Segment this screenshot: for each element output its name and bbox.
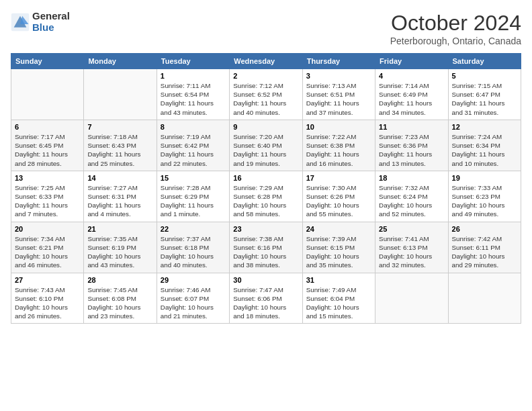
day-info: Sunrise: 7:14 AM Sunset: 6:49 PM Dayligh… (379, 81, 444, 117)
day-info: Sunrise: 7:42 AM Sunset: 6:11 PM Dayligh… (452, 234, 517, 270)
day-number: 23 (233, 225, 298, 233)
day-number: 14 (87, 174, 152, 182)
location-title: Peterborough, Ontario, Canada (390, 36, 521, 46)
day-number: 2 (233, 72, 298, 80)
day-number: 18 (379, 174, 444, 182)
day-info: Sunrise: 7:38 AM Sunset: 6:16 PM Dayligh… (233, 234, 298, 270)
day-info: Sunrise: 7:24 AM Sunset: 6:34 PM Dayligh… (452, 132, 517, 168)
day-number: 20 (15, 225, 80, 233)
day-info: Sunrise: 7:20 AM Sunset: 6:40 PM Dayligh… (233, 132, 298, 168)
logo: General Blue (11, 11, 70, 33)
logo-text: General Blue (32, 11, 70, 33)
weekday-header-row: SundayMondayTuesdayWednesdayThursdayFrid… (11, 54, 521, 69)
day-number: 12 (452, 123, 517, 131)
day-info: Sunrise: 7:41 AM Sunset: 6:13 PM Dayligh… (379, 234, 444, 270)
calendar-cell: 30Sunrise: 7:47 AM Sunset: 6:06 PM Dayli… (230, 273, 302, 324)
day-number: 1 (161, 72, 226, 80)
day-info: Sunrise: 7:34 AM Sunset: 6:21 PM Dayligh… (15, 234, 80, 270)
calendar-cell: 16Sunrise: 7:29 AM Sunset: 6:28 PM Dayli… (230, 171, 302, 222)
day-number: 24 (306, 225, 371, 233)
weekday-header-cell: Tuesday (157, 54, 229, 69)
calendar-cell: 21Sunrise: 7:35 AM Sunset: 6:19 PM Dayli… (84, 222, 157, 273)
day-number: 7 (87, 123, 152, 131)
calendar-body: 1Sunrise: 7:11 AM Sunset: 6:54 PM Daylig… (11, 69, 521, 324)
day-info: Sunrise: 7:37 AM Sunset: 6:18 PM Dayligh… (161, 234, 226, 270)
day-number: 27 (15, 276, 80, 284)
day-info: Sunrise: 7:25 AM Sunset: 6:33 PM Dayligh… (15, 183, 80, 219)
day-number: 25 (379, 225, 444, 233)
calendar-table: SundayMondayTuesdayWednesdayThursdayFrid… (11, 53, 521, 324)
calendar-cell: 13Sunrise: 7:25 AM Sunset: 6:33 PM Dayli… (11, 171, 84, 222)
calendar-cell: 14Sunrise: 7:27 AM Sunset: 6:31 PM Dayli… (84, 171, 157, 222)
calendar-cell: 22Sunrise: 7:37 AM Sunset: 6:18 PM Dayli… (157, 222, 229, 273)
weekday-header-cell: Friday (375, 54, 448, 69)
calendar-cell (11, 69, 84, 120)
day-info: Sunrise: 7:35 AM Sunset: 6:19 PM Dayligh… (87, 234, 152, 270)
calendar-week-row: 6Sunrise: 7:17 AM Sunset: 6:45 PM Daylig… (11, 120, 521, 171)
calendar-cell: 29Sunrise: 7:46 AM Sunset: 6:07 PM Dayli… (157, 273, 229, 324)
calendar-cell: 27Sunrise: 7:43 AM Sunset: 6:10 PM Dayli… (11, 273, 84, 324)
day-number: 29 (161, 276, 226, 284)
weekday-header-cell: Wednesday (230, 54, 302, 69)
day-info: Sunrise: 7:30 AM Sunset: 6:26 PM Dayligh… (306, 183, 371, 219)
calendar-cell: 10Sunrise: 7:22 AM Sunset: 6:38 PM Dayli… (302, 120, 375, 171)
day-number: 16 (233, 174, 298, 182)
day-number: 5 (452, 72, 517, 80)
day-info: Sunrise: 7:49 AM Sunset: 6:04 PM Dayligh… (306, 285, 371, 321)
day-number: 13 (15, 174, 80, 182)
day-number: 30 (233, 276, 298, 284)
day-info: Sunrise: 7:27 AM Sunset: 6:31 PM Dayligh… (87, 183, 152, 219)
day-info: Sunrise: 7:33 AM Sunset: 6:23 PM Dayligh… (452, 183, 517, 219)
calendar-cell: 3Sunrise: 7:13 AM Sunset: 6:51 PM Daylig… (302, 69, 375, 120)
day-info: Sunrise: 7:11 AM Sunset: 6:54 PM Dayligh… (161, 81, 226, 117)
calendar-cell: 20Sunrise: 7:34 AM Sunset: 6:21 PM Dayli… (11, 222, 84, 273)
weekday-header-cell: Saturday (448, 54, 521, 69)
day-number: 26 (452, 225, 517, 233)
day-info: Sunrise: 7:28 AM Sunset: 6:29 PM Dayligh… (161, 183, 226, 219)
calendar-cell: 4Sunrise: 7:14 AM Sunset: 6:49 PM Daylig… (375, 69, 448, 120)
day-info: Sunrise: 7:23 AM Sunset: 6:36 PM Dayligh… (379, 132, 444, 168)
day-info: Sunrise: 7:15 AM Sunset: 6:47 PM Dayligh… (452, 81, 517, 117)
day-number: 11 (379, 123, 444, 131)
calendar-cell: 1Sunrise: 7:11 AM Sunset: 6:54 PM Daylig… (157, 69, 229, 120)
day-info: Sunrise: 7:32 AM Sunset: 6:24 PM Dayligh… (379, 183, 444, 219)
day-number: 17 (306, 174, 371, 182)
calendar-cell: 9Sunrise: 7:20 AM Sunset: 6:40 PM Daylig… (230, 120, 302, 171)
day-info: Sunrise: 7:18 AM Sunset: 6:43 PM Dayligh… (87, 132, 152, 168)
logo-icon (11, 13, 30, 32)
day-number: 10 (306, 123, 371, 131)
calendar-cell: 8Sunrise: 7:19 AM Sunset: 6:42 PM Daylig… (157, 120, 229, 171)
day-info: Sunrise: 7:39 AM Sunset: 6:15 PM Dayligh… (306, 234, 371, 270)
day-info: Sunrise: 7:17 AM Sunset: 6:45 PM Dayligh… (15, 132, 80, 168)
day-number: 15 (161, 174, 226, 182)
weekday-header-cell: Thursday (302, 54, 375, 69)
calendar-cell: 15Sunrise: 7:28 AM Sunset: 6:29 PM Dayli… (157, 171, 229, 222)
logo-blue: Blue (32, 22, 70, 34)
calendar-week-row: 20Sunrise: 7:34 AM Sunset: 6:21 PM Dayli… (11, 222, 521, 273)
day-number: 22 (161, 225, 226, 233)
calendar-cell: 17Sunrise: 7:30 AM Sunset: 6:26 PM Dayli… (302, 171, 375, 222)
day-info: Sunrise: 7:46 AM Sunset: 6:07 PM Dayligh… (161, 285, 226, 321)
day-number: 19 (452, 174, 517, 182)
calendar-cell (375, 273, 448, 324)
day-info: Sunrise: 7:13 AM Sunset: 6:51 PM Dayligh… (306, 81, 371, 117)
day-number: 3 (306, 72, 371, 80)
calendar-cell: 25Sunrise: 7:41 AM Sunset: 6:13 PM Dayli… (375, 222, 448, 273)
day-info: Sunrise: 7:47 AM Sunset: 6:06 PM Dayligh… (233, 285, 298, 321)
calendar-cell (448, 273, 521, 324)
calendar-cell: 26Sunrise: 7:42 AM Sunset: 6:11 PM Dayli… (448, 222, 521, 273)
day-number: 6 (15, 123, 80, 131)
calendar-cell: 6Sunrise: 7:17 AM Sunset: 6:45 PM Daylig… (11, 120, 84, 171)
day-number: 31 (306, 276, 371, 284)
month-title: October 2024 (390, 11, 521, 36)
day-info: Sunrise: 7:45 AM Sunset: 6:08 PM Dayligh… (87, 285, 152, 321)
weekday-header-cell: Monday (84, 54, 157, 69)
calendar-cell: 11Sunrise: 7:23 AM Sunset: 6:36 PM Dayli… (375, 120, 448, 171)
calendar-cell: 7Sunrise: 7:18 AM Sunset: 6:43 PM Daylig… (84, 120, 157, 171)
calendar-cell: 18Sunrise: 7:32 AM Sunset: 6:24 PM Dayli… (375, 171, 448, 222)
day-info: Sunrise: 7:43 AM Sunset: 6:10 PM Dayligh… (15, 285, 80, 321)
page-header: General Blue October 2024 Peterborough, … (11, 11, 521, 46)
day-number: 21 (87, 225, 152, 233)
calendar-cell: 24Sunrise: 7:39 AM Sunset: 6:15 PM Dayli… (302, 222, 375, 273)
calendar-cell: 19Sunrise: 7:33 AM Sunset: 6:23 PM Dayli… (448, 171, 521, 222)
